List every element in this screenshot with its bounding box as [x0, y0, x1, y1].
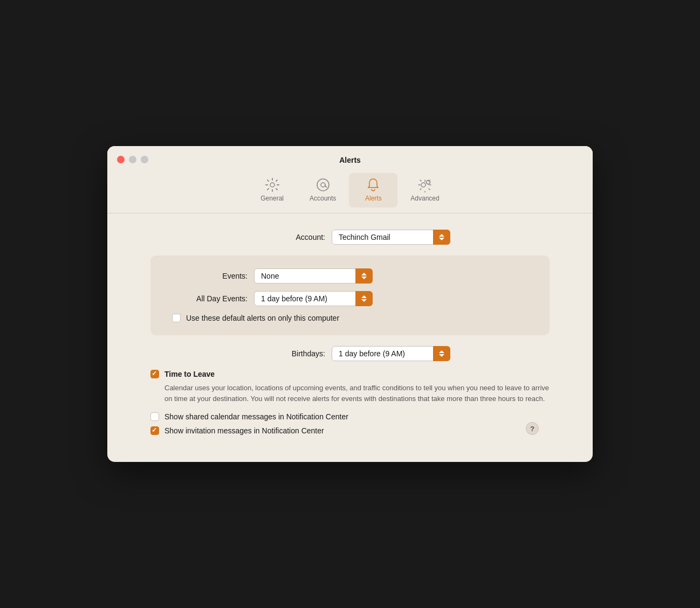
at-icon [315, 177, 331, 192]
tab-alerts-label: Alerts [365, 195, 382, 202]
invitation-messages-row: Show invitation messages in Notification… [150, 426, 550, 435]
events-label: Events: [172, 272, 248, 280]
tab-general[interactable]: General [248, 173, 297, 208]
birthdays-select[interactable]: 1 day before (9 AM) [332, 346, 450, 361]
minimize-button[interactable] [129, 156, 136, 163]
all-day-events-label: All Day Events: [172, 294, 248, 303]
events-select-wrapper: None [254, 268, 373, 284]
close-button[interactable] [117, 156, 125, 163]
shared-calendar-checkbox[interactable] [150, 412, 159, 421]
gear-icon [265, 177, 280, 192]
time-to-leave-checkbox[interactable] [150, 370, 159, 378]
invitation-messages-checkbox[interactable] [150, 426, 159, 435]
birthdays-label: Birthdays: [250, 349, 325, 358]
tab-advanced-label: Advanced [410, 195, 439, 202]
tab-accounts-label: Accounts [310, 195, 336, 202]
defaults-panel: Events: None All Day Events: 1 day befor… [150, 255, 550, 335]
events-row: Events: None [172, 268, 528, 284]
all-day-events-select[interactable]: 1 day before (9 AM) [254, 291, 373, 306]
time-to-leave-section: Time to Leave Calendar uses your locatio… [150, 370, 550, 404]
account-select[interactable]: Techinch Gmail [332, 230, 450, 245]
svg-point-0 [317, 179, 329, 191]
default-alerts-checkbox-row: Use these default alerts on only this co… [172, 314, 528, 322]
bell-icon [366, 177, 381, 192]
account-select-wrapper: Techinch Gmail [332, 230, 450, 245]
time-to-leave-description: Calendar uses your location, locations o… [164, 383, 550, 404]
help-button[interactable]: ? [526, 422, 539, 435]
invitation-messages-label: Show invitation messages in Notification… [164, 426, 324, 435]
titlebar: Alerts General [107, 146, 593, 213]
tab-advanced[interactable]: Advanced [397, 173, 452, 208]
all-day-events-row: All Day Events: 1 day before (9 AM) [172, 291, 528, 306]
toolbar: General Accounts [248, 173, 452, 208]
default-alerts-checkbox[interactable] [172, 314, 181, 322]
window-title: Alerts [339, 156, 361, 164]
account-row: Account: Techinch Gmail [150, 230, 550, 245]
advanced-gear-icon [417, 177, 433, 192]
birthdays-select-wrapper: 1 day before (9 AM) [332, 346, 450, 361]
shared-calendar-label: Show shared calendar messages in Notific… [164, 412, 348, 421]
account-label: Account: [250, 233, 325, 241]
tab-accounts[interactable]: Accounts [297, 173, 349, 208]
maximize-button[interactable] [141, 156, 148, 163]
shared-calendar-row: Show shared calendar messages in Notific… [150, 412, 550, 421]
all-day-select-wrapper: 1 day before (9 AM) [254, 291, 373, 306]
tab-alerts[interactable]: Alerts [349, 173, 397, 208]
main-window: Alerts General [107, 146, 593, 462]
traffic-lights [117, 156, 148, 163]
content-area: Account: Techinch Gmail Events: None [107, 213, 593, 462]
time-to-leave-title-row: Time to Leave [150, 370, 550, 378]
svg-point-1 [321, 183, 325, 187]
tab-general-label: General [260, 195, 284, 202]
default-alerts-label: Use these default alerts on only this co… [186, 314, 339, 322]
birthdays-row: Birthdays: 1 day before (9 AM) [150, 346, 550, 361]
events-select[interactable]: None [254, 268, 373, 284]
time-to-leave-title-label: Time to Leave [164, 370, 215, 378]
notifications-section: Show shared calendar messages in Notific… [150, 412, 550, 446]
